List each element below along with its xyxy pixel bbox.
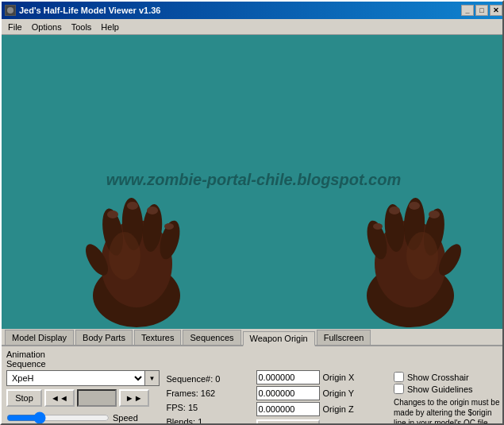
sequence-info: Sequence#: 0 Frames: 162 FPS: 15 Blends:… [166,370,251,425]
next-button[interactable]: ►► [119,389,149,407]
panel-controls-row: XpeH ▼ Stop ◄◄ ►► Speed Sequence#: 0 [6,370,501,425]
tab-sequences[interactable]: Sequences [183,330,240,345]
svg-point-22 [429,211,440,218]
svg-point-11 [127,202,138,210]
changes-description: Changes to the origin must be made by al… [394,397,501,425]
svg-point-23 [409,202,420,210]
menu-options[interactable]: Options [27,21,67,33]
panel-label-row: Animation Sequence [6,350,501,369]
speed-slider-row: Speed [6,411,161,424]
origin-x-row: Origin X [256,370,390,384]
window-title: Jed's Half-Life Model Viewer v1.36 [19,6,160,15]
tabs-row: Model Display Body Parts Textures Sequen… [2,329,504,346]
svg-point-10 [107,211,118,218]
playback-area [77,389,117,407]
menu-help[interactable]: Help [96,21,124,33]
transport-row: Stop ◄◄ ►► [6,389,161,407]
prev-button[interactable]: ◄◄ [44,389,75,407]
tab-body-parts[interactable]: Body Parts [75,330,133,345]
menu-file[interactable]: File [3,21,27,33]
sequence-num: Sequence#: 0 [166,372,251,386]
origin-y-label: Origin Y [323,388,361,398]
origin-section: Origin X Origin Y Origin Z Test Origins [256,370,390,425]
origin-x-label: Origin X [323,373,361,382]
show-guidelines-checkbox[interactable] [394,384,404,394]
maximize-button[interactable]: □ [475,5,488,16]
app-icon [5,5,16,16]
menu-bar: File Options Tools Help [2,19,504,35]
application-window: Jed's Half-Life Model Viewer v1.36 _ □ ✕… [0,0,504,425]
show-crosshair-label: Show Crosshair [407,373,469,382]
svg-point-24 [389,207,400,214]
right-hand-model [355,184,466,329]
test-origins-button[interactable]: Test Origins [256,419,320,425]
model-viewport: www.zombie-portal-chile.blogspot.com [2,35,504,329]
origin-y-input[interactable] [256,386,320,400]
fps-info: FPS: 15 [166,400,251,415]
left-hand-model [81,184,192,329]
speed-slider[interactable] [6,411,110,424]
svg-point-9 [109,232,140,280]
frames-info: Frames: 162 [166,386,251,400]
speed-label: Speed [113,413,138,423]
origin-z-label: Origin Z [323,404,361,414]
bottom-panel: Animation Sequence XpeH ▼ Stop ◄◄ ►► [2,346,504,425]
minimize-button[interactable]: _ [461,5,474,16]
options-section: Show Crosshair Show Guidelines Changes t… [394,370,501,425]
show-guidelines-row: Show Guidelines [394,384,501,394]
origin-x-input[interactable] [256,370,320,384]
title-left: Jed's Half-Life Model Viewer v1.36 [5,5,160,16]
svg-point-1 [7,7,13,14]
right-hand-svg [355,184,466,327]
animation-section: XpeH ▼ Stop ◄◄ ►► Speed [6,370,161,425]
origin-z-input[interactable] [256,402,320,416]
origin-y-row: Origin Y [256,386,390,400]
animation-select[interactable]: XpeH [6,370,145,386]
show-guidelines-label: Show Guidelines [407,384,473,394]
animation-sequence-label: Animation Sequence [6,350,86,369]
title-buttons: _ □ ✕ [461,5,502,16]
menu-tools[interactable]: Tools [67,21,97,33]
animation-dropdown-button[interactable]: ▼ [145,370,160,386]
animation-dropdown-row: XpeH ▼ [6,370,161,386]
left-hand-svg [81,184,192,327]
svg-point-13 [164,223,174,230]
tab-fullscreen[interactable]: Fullscreen [317,330,371,345]
svg-point-12 [147,207,158,214]
origin-z-row: Origin Z [256,402,390,416]
show-crosshair-row: Show Crosshair [394,372,501,382]
svg-point-25 [373,223,383,230]
close-button[interactable]: ✕ [490,5,502,16]
title-bar: Jed's Half-Life Model Viewer v1.36 _ □ ✕ [2,2,504,19]
tab-weapon-origin[interactable]: Weapon Origin [243,331,315,346]
blends-info: Blends: 1 [166,415,251,425]
show-crosshair-checkbox[interactable] [394,372,404,382]
tab-model-display[interactable]: Model Display [5,330,74,345]
stop-button[interactable]: Stop [6,389,42,407]
svg-point-21 [406,232,438,280]
tab-textures[interactable]: Textures [134,330,182,345]
